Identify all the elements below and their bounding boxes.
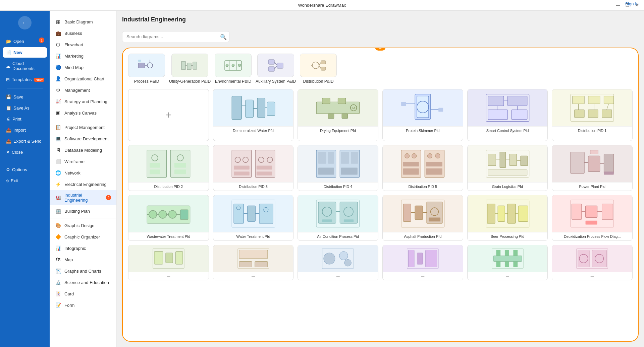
template-card-dist5[interactable]: Distribution PID 5 [382,145,463,191]
t20-label: — [213,272,293,280]
distribution-icon-label: Distribution P&ID [303,79,333,84]
cat-icon-distribution[interactable]: Distribution P&ID [300,54,337,84]
t19-label: — [128,272,209,280]
template-card-dist3[interactable]: Distribution PID 3 [213,145,294,191]
demineralized-svg [219,92,287,124]
exit-icon: ⎋ [6,178,9,183]
cat-science[interactable]: 🔬 Science and Education [50,277,116,288]
back-button[interactable]: ← [18,16,32,29]
cat-flowchart[interactable]: ⬡ Flowchart [50,39,116,50]
cat-orgchart[interactable]: 👤 Organizational Chart [50,73,116,84]
cat-basic-label: Basic Diagram [64,19,93,24]
template-card-t20[interactable]: — [213,245,294,280]
svg-rect-47 [438,108,443,112]
graphs-icon: 📉 [55,268,61,274]
sidebar-item-new[interactable]: 📄 New [3,47,47,58]
template-card-deox[interactable]: Deoxidization Process Flow Diag... [552,195,633,241]
cat-map[interactable]: 🗺 Map [50,254,116,265]
cat-form[interactable]: 📝 Form [50,299,116,311]
cat-electrical[interactable]: ⚡ Electrical Engineering [50,179,116,190]
new-icon: 📄 [6,50,11,55]
template-card-new[interactable]: + [128,89,209,141]
environmental-icon-box [215,54,252,77]
cat-database[interactable]: 🗄 Database Modeling [50,144,116,156]
cat-organizer[interactable]: 🔶 Graphic Organizer [50,231,116,242]
sidebar-item-save[interactable]: 💾 Save [3,92,47,102]
sidebar-item-print[interactable]: 🖨 Print [3,114,47,124]
cat-wireframe[interactable]: ⬜ Wireframe [50,156,116,167]
cat-icon-utility[interactable]: Utility-Generation P&ID [169,54,211,84]
sidebar-item-open-label: Open [13,39,24,44]
graphic-icon: 🎨 [55,222,61,228]
cat-basic[interactable]: ▦ Basic Diagram [50,16,116,27]
sidebar-item-templates[interactable]: ⊞ Templates NEW [3,74,47,85]
cat-marketing[interactable]: 📊 Marketing [50,50,116,62]
template-card-dist4[interactable]: Distribution PID 4 [298,145,378,191]
template-card-t19[interactable]: — [128,245,209,280]
cat-pm[interactable]: 📋 Project Management [50,122,116,133]
cat-building[interactable]: 🏢 Building Plan [50,205,116,217]
utility-pid-icon [180,58,200,73]
sidebar-item-options[interactable]: ⚙ Options [3,164,47,175]
template-card-beer[interactable]: Beer Processing Pfd [467,195,548,241]
cat-graphic[interactable]: 🎨 Graphic Design [50,220,116,231]
title-bar: Wondershare EdrawMax — ❐ ✕ [0,0,644,11]
cat-card[interactable]: 🃏 Card [50,288,116,299]
cat-analysis[interactable]: ▣ Analysis Canvas [50,107,116,119]
template-card-wastewater[interactable]: Wastewater Treatment Pfd [128,195,209,241]
sidebar-item-saveas[interactable]: 📋 Save As [3,103,47,113]
sidebar-item-save-label: Save [13,94,23,99]
cat-management[interactable]: ⚙ Management [50,84,116,96]
svg-point-119 [149,211,157,218]
cat-infographic[interactable]: 📊 Infographic [50,242,116,254]
svg-rect-18 [277,63,283,68]
template-card-smart[interactable]: Smart Control System Pid [467,89,548,141]
template-card-t21[interactable]: — [298,245,378,280]
svg-rect-29 [257,98,265,118]
t23-label: — [468,272,548,280]
template-card-drying[interactable]: M Drying Equipment Pfd [298,89,378,141]
search-input[interactable] [122,31,229,42]
sidebar-item-exit[interactable]: ⎋ Exit [3,176,47,186]
sidebar-item-open[interactable]: 📂 Open 1 [3,36,47,47]
template-card-t24[interactable]: — [552,245,633,280]
cat-business[interactable]: 💼 Business [50,27,116,39]
cat-graphs[interactable]: 📉 Graphs and Charts [50,265,116,277]
cat-icon-environmental[interactable]: Environmental P&ID [215,54,252,84]
template-card-asphalt[interactable]: Asphalt Production Pfd [382,195,463,241]
dist4-label: Distribution PID 4 [298,182,378,191]
infographic-icon: 📊 [55,245,61,251]
sidebar-item-cloud[interactable]: ☁ Cloud Documents [3,58,47,74]
template-card-t22[interactable]: — [382,245,463,280]
cat-icon-auxiliary[interactable]: Auxillary System P&ID [256,54,296,84]
t21-label: — [298,272,378,280]
template-card-dist2[interactable]: Distribution PID 2 [128,145,209,191]
template-card-water[interactable]: Water Treatment Pfd [213,195,294,241]
aircond-thumb [298,195,378,232]
template-card-protein[interactable]: Protein Skimmer Pid [382,89,463,141]
cat-strategy[interactable]: 📈 Strategy and Planning [50,96,116,107]
sidebar-item-close[interactable]: ✕ Close [3,147,47,157]
cat-network[interactable]: 🌐 Network [50,167,116,179]
template-card-demineralized[interactable]: Demineralized Water Pfd [213,89,294,141]
template-card-grain[interactable]: Grain Logistics Pfd [467,145,548,191]
cat-software[interactable]: 💻 Software Development [50,133,116,144]
marketing-icon: 📊 [55,53,61,59]
template-card-t23[interactable]: — [467,245,548,280]
template-card-dist1[interactable]: Distribution PID 1 [552,89,633,141]
sidebar-item-import[interactable]: 📥 Import [3,125,47,135]
cat-icon-process[interactable]: Process P&ID [128,54,165,84]
open-icon: 📂 [6,39,11,44]
minimize-btn[interactable]: — [616,3,620,8]
search-icon[interactable]: 🔍 [220,33,227,40]
sidebar-item-export[interactable]: 📤 Export & Send [3,136,47,146]
industrial-badge: 2 [106,195,111,200]
organizer-icon: 🔶 [55,234,61,240]
svg-rect-30 [267,102,275,116]
template-card-aircond[interactable]: Air Condition Process Pid [298,195,378,241]
cat-mindmap[interactable]: 🔵 Mind Map [50,62,116,73]
svg-rect-60 [575,110,584,118]
cat-industrial[interactable]: 🏭 Industrial Engineering 2 [50,190,116,205]
template-card-powerplant[interactable]: Power Plant Pid [552,145,633,191]
svg-rect-161 [586,206,597,218]
